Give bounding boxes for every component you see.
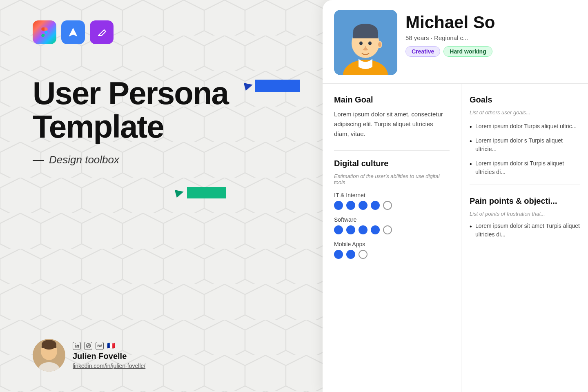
goal-item-3: Lorem ipsum dolor si Turpis aliquet ultr… [470,159,580,176]
dot-it-1 [334,201,343,210]
profile-name: Michael So [405,13,577,32]
main-goal-body: Lorem ipsum dolor sit amet, consectetur … [334,109,450,139]
dot-mb-3 [359,250,368,259]
skill-label-it: IT & Internet [334,192,450,198]
behance-icon[interactable]: Bé [96,342,104,350]
right-panel: Michael So 58 years · Regional c... Crea… [323,0,588,392]
skill-row-it: IT & Internet [334,192,450,210]
pencil-icon [90,20,114,44]
author-avatar [33,339,65,372]
dot-it-4 [371,201,380,210]
main-goal-title: Main Goal [334,95,450,105]
goals-title: Goals [470,95,580,105]
main-goal-section: Main Goal Lorem ipsum dolor sit amet, co… [334,95,450,139]
divider-2 [470,185,580,185]
dash-symbol: — [33,154,44,167]
profile-info: Michael So 58 years · Regional c... Crea… [405,10,577,57]
rect-green-bottom [187,187,226,198]
tag-hardworking: Hard working [443,46,492,57]
profile-meta: 58 years · Regional c... [405,34,577,41]
author-section: Bé 🇫🇷 Julien Fovelle linkedin.com/in/jul… [33,339,298,372]
digital-culture-subtitle: Estimation of the user's abilities to us… [334,173,450,185]
svg-point-12 [368,42,372,45]
dot-it-3 [359,201,368,210]
goal-item-2: Lorem ipsum dolor s Turpis aliquet ultri… [470,136,580,154]
craft-icon [61,20,85,44]
dots-software [334,225,450,234]
dot-sw-3 [359,225,368,234]
rect-blue-top [255,80,300,92]
dot-sw-5 [383,225,392,234]
author-link[interactable]: linkedin.com/in/julien-fovelle/ [73,363,145,369]
cursor-top-icon [244,81,254,91]
goals-section: Goals List of others user goals... Lorem… [470,95,580,176]
svg-point-14 [378,42,381,47]
left-panel: User Persona Template — Design toolbox [0,0,323,392]
profile-tags: Creative Hard working [405,46,577,57]
dots-mobile [334,250,450,259]
goal-item-1: Lorem ipsum dolor Turpis aliquet ultric.… [470,122,580,131]
skill-row-software: Software [334,216,450,234]
dots-it [334,201,450,210]
pain-points-subtitle: List of points of frustration that... [470,211,580,217]
profile-header: Michael So 58 years · Regional c... Crea… [323,0,588,84]
deco-bottom-group [176,187,298,198]
dot-mb-1 [334,250,343,259]
author-info: Bé 🇫🇷 Julien Fovelle linkedin.com/in/jul… [73,342,145,369]
profile-avatar [334,10,397,75]
pain-points-title: Pain points & objecti... [470,196,580,206]
tag-creative: Creative [405,46,440,57]
divider-1 [334,150,450,151]
social-icons-row: Bé 🇫🇷 [73,342,145,350]
skill-label-mobile: Mobile Apps [334,241,450,247]
goals-list: Lorem ipsum dolor Turpis aliquet ultric.… [470,122,580,176]
author-name: Julien Fovelle [73,352,145,361]
dot-mb-2 [346,250,355,259]
dot-sw-2 [346,225,355,234]
digital-culture-section: Digital culture Estimation of the user's… [334,159,450,259]
dribbble-icon[interactable] [84,342,92,350]
subtitle-line: — Design toolbox [33,154,298,167]
dot-it-2 [346,201,355,210]
skill-label-software: Software [334,216,450,223]
dot-sw-4 [371,225,380,234]
content-columns: Main Goal Lorem ipsum dolor sit amet, co… [323,84,588,392]
goals-subtitle: List of others user goals... [470,109,580,116]
tool-icons-row [33,20,298,44]
skill-row-mobile: Mobile Apps [334,241,450,259]
figma-icon [33,20,56,44]
pain-points-list: Lorem ipsum dolor sit amet Turpis alique… [470,222,580,239]
dot-sw-1 [334,225,343,234]
linkedin-icon[interactable] [73,342,81,350]
deco-top-group [245,80,300,92]
pain-item-1: Lorem ipsum dolor sit amet Turpis alique… [470,222,580,239]
svg-rect-4 [75,345,76,348]
dot-it-5 [383,201,392,210]
pain-points-section: Pain points & objecti... List of points … [470,196,580,239]
svg-point-11 [359,42,363,45]
col-main: Main Goal Lorem ipsum dolor sit amet, co… [323,84,461,392]
digital-culture-title: Digital culture [334,159,450,168]
subtitle-text: Design toolbox [49,154,119,166]
cursor-bottom-icon [175,188,185,198]
flag-icon: 🇫🇷 [107,342,115,350]
svg-point-5 [75,343,76,344]
col-side: Goals List of others user goals... Lorem… [461,84,588,392]
